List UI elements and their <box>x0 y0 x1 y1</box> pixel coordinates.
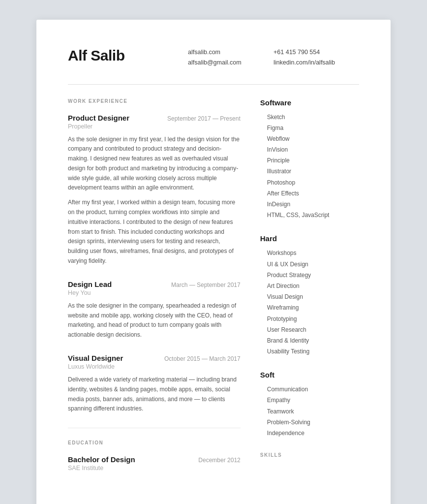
list-item: Visual Design <box>260 291 359 302</box>
soft-skills-section: Soft CommunicationEmpathyTeamworkProblem… <box>260 371 359 439</box>
list-item: InVision <box>260 144 359 155</box>
list-item: After Effects <box>260 188 359 199</box>
list-item: Empathy <box>260 395 359 406</box>
full-name: Alf Salib <box>68 47 176 64</box>
list-item: InDesign <box>260 199 359 210</box>
header-contact-left: alfsalib.com alfsalib@gmail.com <box>176 47 274 68</box>
list-item: HTML, CSS, JavaScript <box>260 210 359 220</box>
software-list: SketchFigmaWebflowInVisionPrincipleIllus… <box>260 112 359 221</box>
job-3-dates: October 2015 — March 2017 <box>164 355 241 362</box>
website: alfsalib.com <box>188 47 274 58</box>
software-title: Software <box>260 98 359 107</box>
hard-title: Hard <box>260 234 359 243</box>
job-1-para-1: As the sole designer in my first year, I… <box>68 135 241 193</box>
list-item: Illustrator <box>260 166 359 177</box>
header-divider <box>68 84 359 85</box>
list-item: Teamwork <box>260 406 359 417</box>
education-divider <box>68 428 241 428</box>
list-item: Principle <box>260 155 359 166</box>
job-3-company: Luxus Worldwide <box>68 363 241 370</box>
education-1: Bachelor of Design December 2012 SAE Ins… <box>68 455 241 472</box>
job-1-title: Product Designer <box>68 114 129 122</box>
list-item: Wireframing <box>260 302 359 313</box>
list-item: Problem-Solving <box>260 417 359 428</box>
header-contact-right: +61 415 790 554 linkedin.com/in/alfsalib <box>274 47 359 68</box>
header: Alf Salib alfsalib.com alfsalib@gmail.co… <box>68 47 359 68</box>
list-item: Independence <box>260 428 359 439</box>
skills-label: SKILLS <box>260 452 359 458</box>
list-item: Photoshop <box>260 177 359 188</box>
job-2: Design Lead March — September 2017 Hey Y… <box>68 280 241 340</box>
job-2-para-1: As the sole designer in the company, spe… <box>68 301 241 340</box>
email: alfsalib@gmail.com <box>188 58 274 68</box>
list-item: Prototyping <box>260 314 359 324</box>
job-2-company: Hey You <box>68 289 241 296</box>
list-item: Product Strategy <box>260 270 359 281</box>
job-1-desc: As the sole designer in my first year, I… <box>68 135 241 266</box>
soft-title: Soft <box>260 371 359 379</box>
job-3-desc: Delivered a wide variety of marketing ma… <box>68 375 241 414</box>
list-item: Figma <box>260 123 359 133</box>
list-item: Communication <box>260 384 359 395</box>
job-2-dates: March — September 2017 <box>171 282 241 288</box>
hard-skills-section: Hard WorkshopsUI & UX DesignProduct Stra… <box>260 234 359 357</box>
edu-1-degree: Bachelor of Design <box>68 455 135 464</box>
job-1-header: Product Designer September 2017 — Presen… <box>68 114 241 122</box>
edu-1-school: SAE Institute <box>68 465 241 472</box>
job-2-desc: As the sole designer in the company, spe… <box>68 301 241 340</box>
list-item: Workshops <box>260 248 359 258</box>
phone: +61 415 790 554 <box>274 47 359 58</box>
soft-list: CommunicationEmpathyTeamworkProblem-Solv… <box>260 384 359 439</box>
left-column: WORK EXPERIENCE Product Designer Septemb… <box>68 98 241 486</box>
edu-1-date: December 2012 <box>198 457 240 464</box>
job-3: Visual Designer October 2015 — March 201… <box>68 354 241 414</box>
job-1-para-2: After my first year, I worked within a d… <box>68 198 241 266</box>
job-3-para-1: Delivered a wide variety of marketing ma… <box>68 375 241 414</box>
list-item: User Research <box>260 324 359 335</box>
list-item: Usability Testing <box>260 346 359 357</box>
hard-list: WorkshopsUI & UX DesignProduct StrategyA… <box>260 248 359 357</box>
job-3-title: Visual Designer <box>68 354 123 362</box>
main-content: WORK EXPERIENCE Product Designer Septemb… <box>68 98 359 486</box>
education-label: EDUCATION <box>68 440 241 445</box>
job-3-header: Visual Designer October 2015 — March 201… <box>68 354 241 362</box>
resume-page: Alf Salib alfsalib.com alfsalib@gmail.co… <box>36 20 391 504</box>
job-2-title: Design Lead <box>68 280 112 288</box>
linkedin: linkedin.com/in/alfsalib <box>274 58 359 68</box>
work-experience-label: WORK EXPERIENCE <box>68 98 241 104</box>
job-1-dates: September 2017 — Present <box>167 115 241 122</box>
list-item: Webflow <box>260 133 359 144</box>
header-name: Alf Salib <box>68 47 176 64</box>
job-1: Product Designer September 2017 — Presen… <box>68 114 241 266</box>
right-column: Software SketchFigmaWebflowInVisionPrinc… <box>260 98 359 486</box>
list-item: Sketch <box>260 112 359 123</box>
job-1-company: Propeller <box>68 123 241 130</box>
edu-1-header: Bachelor of Design December 2012 <box>68 455 241 464</box>
job-2-header: Design Lead March — September 2017 <box>68 280 241 288</box>
software-section: Software SketchFigmaWebflowInVisionPrinc… <box>260 98 359 221</box>
list-item: Brand & Identity <box>260 335 359 346</box>
list-item: UI & UX Design <box>260 259 359 270</box>
list-item: Art Direction <box>260 281 359 291</box>
